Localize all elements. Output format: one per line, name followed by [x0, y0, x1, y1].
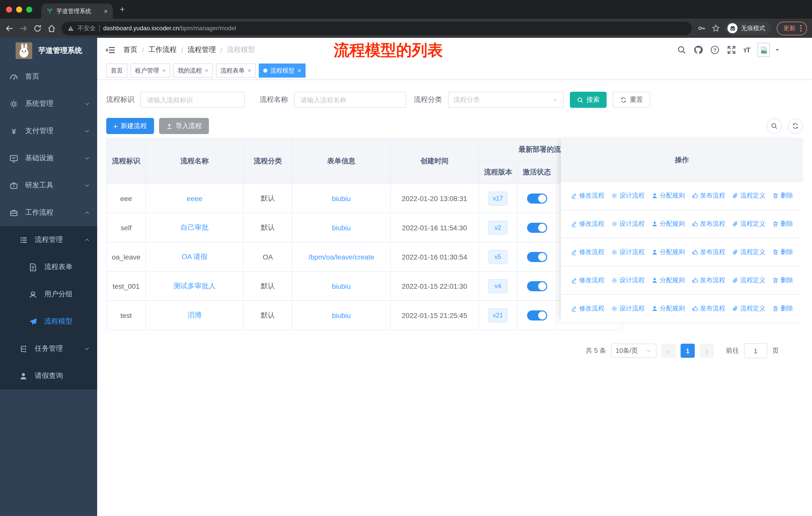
maximize-window-button[interactable]: [26, 6, 32, 12]
action-流程定义[interactable]: 流程定义: [732, 248, 765, 256]
bookmark-star-icon[interactable]: [711, 24, 720, 32]
forward-icon[interactable]: [19, 24, 28, 32]
action-删除[interactable]: 删除: [772, 248, 793, 256]
action-流程定义[interactable]: 流程定义: [732, 220, 765, 228]
process-key-input[interactable]: [141, 92, 245, 108]
category-select[interactable]: 流程分类: [448, 92, 564, 108]
current-page-button[interactable]: 1: [680, 344, 695, 358]
sidebar-item-基础设施[interactable]: 基础设施: [0, 145, 97, 172]
active-toggle[interactable]: [527, 222, 547, 233]
action-发布流程[interactable]: 发布流程: [691, 304, 725, 313]
help-icon[interactable]: ?: [710, 45, 719, 54]
prev-page-button[interactable]: ‹: [662, 344, 675, 358]
tag-租户管理[interactable]: 租户管理×: [130, 63, 170, 78]
action-删除[interactable]: 删除: [772, 220, 793, 228]
browser-tab[interactable]: 芋道管理系统 ×: [41, 3, 113, 19]
breadcrumb-process-mgmt[interactable]: 流程管理: [188, 45, 216, 54]
action-修改流程[interactable]: 修改流程: [571, 248, 604, 256]
font-size-icon[interactable]: тT: [743, 46, 750, 54]
search-button[interactable]: 搜索: [570, 92, 607, 108]
action-修改流程[interactable]: 修改流程: [571, 276, 604, 285]
close-window-button[interactable]: [6, 6, 12, 12]
action-删除[interactable]: 删除: [772, 276, 793, 285]
sidebar-item-工作流程[interactable]: 工作流程: [0, 199, 97, 226]
import-process-button[interactable]: 导入流程: [159, 118, 209, 134]
active-toggle[interactable]: [527, 252, 547, 262]
action-分配规则[interactable]: 分配规则: [651, 304, 685, 313]
home-icon[interactable]: [47, 24, 56, 32]
action-删除[interactable]: 删除: [772, 304, 793, 313]
close-icon[interactable]: ×: [162, 67, 166, 74]
sidebar-item-请假查询[interactable]: 请假查询: [0, 362, 97, 389]
close-icon[interactable]: ×: [205, 67, 208, 74]
sidebar-item-流程模型[interactable]: 流程模型: [0, 308, 97, 335]
action-设计流程[interactable]: 设计流程: [611, 248, 645, 256]
fullscreen-icon[interactable]: [727, 45, 736, 54]
close-icon[interactable]: ×: [248, 67, 251, 74]
form-info-link[interactable]: biubiu: [332, 223, 351, 232]
collapse-sidebar-icon[interactable]: [105, 46, 115, 54]
process-name-link[interactable]: OA 请假: [182, 252, 208, 260]
action-发布流程[interactable]: 发布流程: [691, 191, 725, 200]
action-发布流程[interactable]: 发布流程: [691, 276, 725, 285]
action-流程定义[interactable]: 流程定义: [732, 304, 765, 313]
tab-close-icon[interactable]: ×: [104, 7, 108, 15]
action-分配规则[interactable]: 分配规则: [651, 191, 685, 200]
tag-我的流程[interactable]: 我的流程×: [173, 63, 213, 78]
sidebar-item-支付管理[interactable]: ¥支付管理: [0, 117, 97, 145]
create-process-button[interactable]: + 新建流程: [106, 118, 154, 134]
avatar[interactable]: [758, 43, 770, 57]
action-流程定义[interactable]: 流程定义: [732, 276, 765, 285]
reload-icon[interactable]: [33, 24, 42, 32]
process-name-input[interactable]: [294, 92, 406, 108]
process-name-link[interactable]: 滔博: [187, 311, 202, 319]
action-发布流程[interactable]: 发布流程: [691, 248, 725, 256]
url-bar[interactable]: 不安全 dashboard.yudao.iocoder.cn/bpm/manag…: [61, 21, 692, 35]
action-分配规则[interactable]: 分配规则: [651, 220, 685, 228]
process-name-link[interactable]: 测试多审批人: [173, 281, 216, 290]
close-icon[interactable]: ×: [297, 67, 301, 74]
form-info-link[interactable]: biubiu: [332, 194, 351, 202]
active-toggle[interactable]: [527, 281, 547, 291]
breadcrumb-workflow[interactable]: 工作流程: [148, 45, 177, 54]
action-分配规则[interactable]: 分配规则: [651, 248, 685, 256]
next-page-button[interactable]: ›: [700, 344, 714, 358]
reset-button[interactable]: 重置: [613, 92, 650, 108]
process-name-link[interactable]: 自己审批: [180, 223, 209, 231]
sidebar-item-首页[interactable]: 首页: [0, 63, 97, 90]
show-search-button[interactable]: [767, 118, 782, 134]
action-分配规则[interactable]: 分配规则: [651, 276, 685, 285]
refresh-table-button[interactable]: [788, 118, 803, 134]
action-设计流程[interactable]: 设计流程: [611, 304, 645, 313]
action-修改流程[interactable]: 修改流程: [571, 220, 604, 228]
active-toggle[interactable]: [527, 193, 547, 203]
form-info-link[interactable]: /bpm/oa/leave/create: [308, 253, 374, 261]
form-info-link[interactable]: biubiu: [332, 311, 351, 319]
back-icon[interactable]: [5, 24, 13, 32]
github-icon[interactable]: [693, 45, 702, 54]
minimize-window-button[interactable]: [16, 6, 22, 12]
new-tab-button[interactable]: +: [120, 4, 125, 15]
tag-流程模型[interactable]: 流程模型×: [259, 63, 306, 78]
browser-update-button[interactable]: 更新: [777, 21, 807, 35]
tag-首页[interactable]: 首页: [106, 63, 127, 78]
process-name-link[interactable]: eeee: [187, 194, 202, 202]
action-设计流程[interactable]: 设计流程: [611, 220, 645, 228]
sidebar-item-任务管理[interactable]: 任务管理: [0, 335, 97, 362]
breadcrumb-home[interactable]: 首页: [123, 45, 138, 54]
form-info-link[interactable]: biubiu: [332, 282, 351, 290]
action-设计流程[interactable]: 设计流程: [611, 191, 645, 200]
page-size-select[interactable]: 10条/页: [611, 344, 657, 358]
sidebar-item-研发工具[interactable]: 研发工具: [0, 172, 97, 199]
tag-流程表单[interactable]: 流程表单×: [216, 63, 256, 78]
key-icon[interactable]: [697, 24, 706, 32]
action-修改流程[interactable]: 修改流程: [571, 304, 604, 313]
sidebar-item-流程管理[interactable]: 流程管理: [0, 226, 97, 253]
sidebar-item-用户分组[interactable]: 用户分组: [0, 281, 97, 308]
search-icon[interactable]: [677, 45, 686, 54]
active-toggle[interactable]: [527, 310, 547, 320]
action-流程定义[interactable]: 流程定义: [732, 191, 765, 200]
sidebar-item-流程表单[interactable]: 流程表单: [0, 253, 97, 281]
browser-menu-icon[interactable]: [800, 25, 802, 32]
action-发布流程[interactable]: 发布流程: [691, 220, 725, 228]
